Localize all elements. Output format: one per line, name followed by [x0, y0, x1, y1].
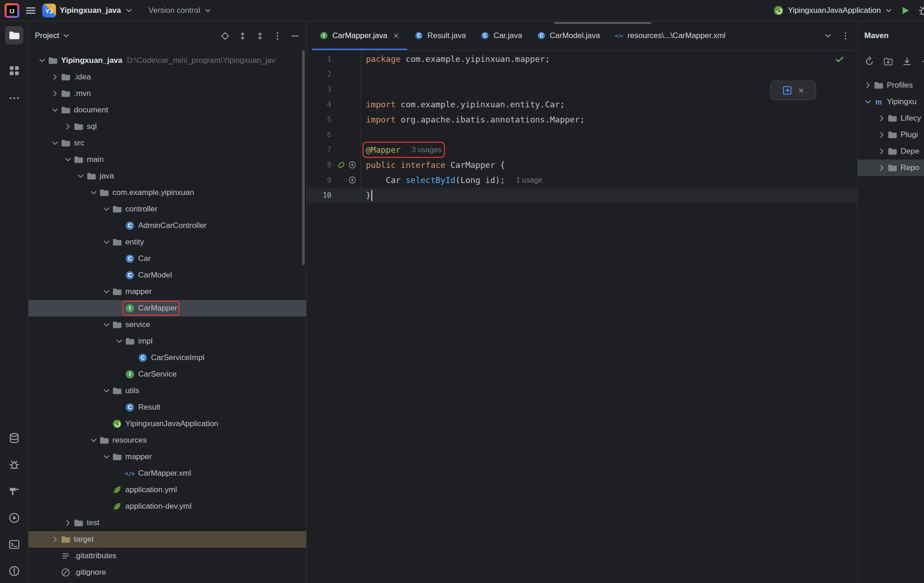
maven-tree-item-depe[interactable]: Depe	[858, 143, 924, 160]
download-icon[interactable]	[902, 56, 912, 67]
project-tree-item-carmodel[interactable]: CCarModel	[28, 267, 306, 283]
project-selector[interactable]: YJ Yipingxuan_java	[42, 4, 133, 17]
tab-result-java[interactable]: CResult.java	[407, 21, 473, 50]
chevron-down-icon[interactable]	[50, 139, 61, 148]
chevron-down-icon[interactable]	[50, 105, 61, 115]
project-tree-item-java[interactable]: java	[28, 168, 306, 184]
tab-list-chevron-icon[interactable]	[823, 31, 833, 40]
code-text[interactable]: public interface CarMapper {	[361, 157, 857, 172]
maven-tree-item-profiles[interactable]: Profiles	[858, 77, 924, 94]
bug-tool-button[interactable]	[5, 455, 23, 474]
code-text[interactable]: }	[361, 188, 857, 203]
gutter[interactable]	[331, 82, 361, 97]
line-number[interactable]: 5	[307, 112, 331, 127]
editor-widget-icon[interactable]	[782, 85, 792, 95]
project-tree-item-result[interactable]: CResult	[28, 399, 306, 416]
line-number[interactable]: 9	[307, 172, 331, 188]
project-tree-item-controller[interactable]: controller	[28, 201, 306, 217]
project-tree-item-resources[interactable]: resources	[28, 432, 306, 449]
project-tree-item-document[interactable]: document	[28, 102, 306, 118]
run-configuration-selector[interactable]: YipingxuanJavaApplication	[773, 5, 893, 16]
code-line-5[interactable]: 5import org.apache.ibatis.annotations.Ma…	[307, 112, 857, 127]
code-text[interactable]: import org.apache.ibatis.annotations.Map…	[361, 112, 857, 127]
project-tree-item-gitattributes[interactable]: .gitattributes	[28, 548, 306, 564]
line-number[interactable]: 3	[307, 82, 331, 97]
code-text[interactable]: package com.example.yipinxuan.mapper;	[361, 51, 857, 67]
project-tree-item-carserviceimpl[interactable]: CCarServiceImpl	[28, 350, 306, 366]
code-editor[interactable]: 1package com.example.yipinxuan.mapper;23…	[307, 50, 857, 583]
floating-editor-widget[interactable]	[770, 81, 816, 100]
project-tree-item-yipingxuanjavaapplication[interactable]: YipingxuanJavaApplication	[28, 416, 306, 432]
line-number[interactable]: 4	[307, 97, 331, 112]
chevron-right-icon[interactable]	[876, 147, 887, 156]
project-tree-item-mapper[interactable]: mapper	[28, 449, 306, 465]
chevron-right-icon[interactable]	[50, 72, 61, 82]
chevron-down-icon[interactable]	[101, 320, 112, 329]
chevron-down-icon[interactable]	[101, 386, 112, 395]
structure-tool-button[interactable]	[5, 61, 23, 80]
gutter[interactable]	[331, 157, 361, 172]
project-tree-item-com-example-yipinxuan[interactable]: com.example.yipinxuan	[28, 184, 306, 201]
build-tool-button[interactable]	[5, 482, 23, 500]
chevron-down-icon[interactable]	[101, 287, 112, 296]
project-tree-item-carmapper-xml[interactable]: </>CarMapper.xml	[28, 465, 306, 482]
more-tool-button[interactable]	[5, 89, 23, 107]
chevron-down-icon[interactable]	[75, 172, 86, 181]
code-text[interactable]	[361, 67, 857, 82]
terminal-tool-button[interactable]	[5, 535, 23, 554]
close-icon[interactable]	[798, 87, 805, 94]
sync-icon[interactable]	[864, 56, 874, 67]
chevron-right-icon[interactable]	[62, 518, 73, 527]
code-line-6[interactable]: 6	[307, 127, 857, 142]
project-tree-item-entity[interactable]: entity	[28, 234, 306, 250]
project-tree-item-application-yml[interactable]: application.yml	[28, 482, 306, 498]
download-sources-icon[interactable]	[883, 56, 893, 67]
gutter[interactable]	[331, 97, 361, 112]
project-tree-item-yipingxuan-java[interactable]: Yipingxuan_javaD:\Code\car_mini_program\…	[28, 52, 306, 69]
chevron-down-icon[interactable]	[62, 155, 73, 164]
project-tool-button[interactable]	[5, 26, 23, 44]
problems-tool-button[interactable]	[5, 562, 23, 580]
gutter[interactable]	[331, 127, 361, 142]
tab-resources-carmapper-xml[interactable]: </>resources\...\CarMapper.xml	[607, 21, 733, 50]
gutter[interactable]	[331, 112, 361, 127]
project-panel-title[interactable]: Project	[35, 31, 59, 40]
locate-icon[interactable]	[220, 31, 230, 41]
debug-button[interactable]	[918, 5, 924, 17]
close-icon[interactable]	[392, 32, 400, 39]
line-number[interactable]: 8	[307, 157, 331, 172]
code-text[interactable]: Car selectById(Long id);1 usage	[361, 172, 857, 188]
code-vision-hint[interactable]: 3 usages	[412, 146, 442, 154]
chevron-right-icon[interactable]	[876, 114, 887, 123]
project-tree-item-service[interactable]: service	[28, 316, 306, 333]
gutter[interactable]	[331, 188, 361, 203]
hide-icon[interactable]	[290, 31, 300, 41]
tab-carmapper-java[interactable]: ICarMapper.java	[312, 21, 407, 50]
chevron-down-icon[interactable]	[62, 32, 70, 40]
project-tree-item-gitignore[interactable]: .gitignore	[28, 564, 306, 581]
code-vision-hint[interactable]: 1 usage	[516, 176, 542, 184]
chevron-right-icon[interactable]	[876, 163, 887, 172]
project-tree-item-target[interactable]: target	[28, 531, 306, 548]
project-tree-item-application-dev-yml[interactable]: application-dev.yml	[28, 498, 306, 515]
tab-options-icon[interactable]	[841, 31, 850, 40]
code-text[interactable]	[361, 127, 857, 142]
project-tree-item-main[interactable]: main	[28, 151, 306, 168]
chevron-down-icon[interactable]	[101, 452, 112, 461]
code-line-10[interactable]: 10}	[307, 188, 857, 203]
gutter[interactable]	[331, 51, 361, 67]
chevron-down-icon[interactable]	[114, 337, 125, 346]
project-tree-item-carservice[interactable]: ICarService	[28, 366, 306, 383]
expand-all-icon[interactable]	[238, 31, 247, 41]
options-icon[interactable]	[273, 31, 282, 41]
line-number[interactable]: 10	[307, 188, 331, 203]
chevron-right-icon[interactable]	[862, 81, 874, 90]
tab-carmodel-java[interactable]: CCarModel.java	[530, 21, 608, 50]
database-tool-button[interactable]	[5, 429, 23, 447]
collapse-all-icon[interactable]	[255, 31, 265, 41]
maven-tree-item-yipingxu[interactable]: mYipingxu	[858, 94, 924, 110]
project-tree-item-sql[interactable]: sql	[28, 118, 306, 135]
tab-car-java[interactable]: CCar.java	[473, 21, 529, 50]
line-number[interactable]: 1	[307, 51, 331, 67]
implemented-icon[interactable]	[348, 161, 357, 169]
